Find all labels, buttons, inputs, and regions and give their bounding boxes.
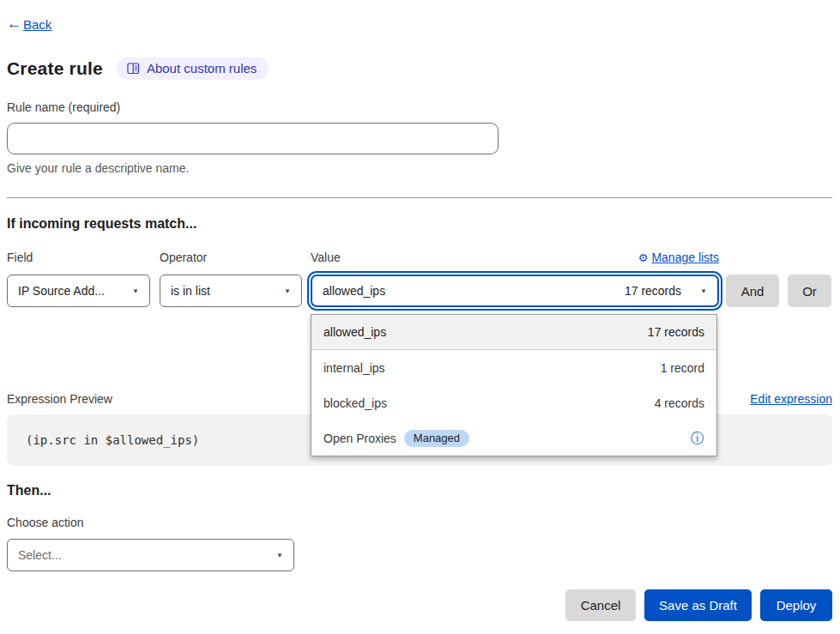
edit-expression-link[interactable]: Edit expression bbox=[750, 392, 832, 406]
expression-code: (ip.src in $allowed_ips) bbox=[26, 433, 199, 447]
chevron-down-icon: ▼ bbox=[276, 552, 283, 559]
list-item-blocked-ips[interactable]: blocked_ips 4 records bbox=[311, 385, 716, 420]
page-header: Create rule About custom rules bbox=[7, 57, 831, 80]
page-title: Create rule bbox=[7, 58, 103, 79]
chevron-down-icon: ▼ bbox=[132, 287, 139, 295]
about-custom-rules-label: About custom rules bbox=[147, 61, 257, 75]
condition-row: IP Source Add... ▼ is in list ▼ allowed_… bbox=[7, 275, 831, 307]
list-item-records: 4 records bbox=[655, 396, 704, 410]
action-select[interactable]: Select... ▼ bbox=[7, 539, 294, 571]
value-select-records: 17 records bbox=[625, 284, 681, 298]
list-item-name: internal_ips bbox=[323, 361, 385, 375]
choose-action-label: Choose action bbox=[7, 516, 831, 529]
rule-name-helper-text: Give your rule a descriptive name. bbox=[7, 161, 831, 175]
book-icon bbox=[127, 63, 140, 75]
footer-actions: Cancel Save as Draft Deploy bbox=[7, 589, 832, 621]
expression-preview-label: Expression Preview bbox=[7, 392, 112, 406]
list-item-open-proxies[interactable]: Open Proxies Managed ⓘ bbox=[311, 420, 716, 456]
rule-name-input[interactable] bbox=[7, 123, 499, 154]
cancel-button[interactable]: Cancel bbox=[565, 589, 636, 621]
list-item-records: 17 records bbox=[648, 325, 704, 339]
manage-lists-label: Manage lists bbox=[651, 251, 719, 264]
operator-select-value: is in list bbox=[171, 284, 210, 298]
back-arrow-icon: ← bbox=[7, 15, 21, 33]
action-select-placeholder: Select... bbox=[18, 548, 62, 562]
about-custom-rules-link[interactable]: About custom rules bbox=[117, 57, 269, 80]
list-item-records: 1 record bbox=[661, 361, 704, 375]
info-icon[interactable]: ⓘ bbox=[691, 432, 704, 445]
back-link-label: Back bbox=[23, 17, 51, 32]
list-item-allowed-ips[interactable]: allowed_ips 17 records bbox=[311, 315, 716, 350]
match-section-heading: If incoming requests match... bbox=[7, 216, 831, 232]
value-select-name: allowed_ips bbox=[323, 284, 385, 298]
list-item-name: Open Proxies bbox=[323, 432, 396, 445]
value-select[interactable]: allowed_ips 17 records ▼ bbox=[311, 275, 719, 307]
value-dropdown-menu: allowed_ips 17 records internal_ips 1 re… bbox=[311, 314, 717, 456]
field-label: Field bbox=[7, 251, 160, 264]
field-select-value: IP Source Add... bbox=[18, 284, 105, 298]
save-as-draft-button[interactable]: Save as Draft bbox=[644, 589, 752, 621]
manage-lists-link[interactable]: ⚙ Manage lists bbox=[638, 251, 719, 264]
and-button[interactable]: And bbox=[726, 275, 779, 307]
then-section-heading: Then... bbox=[7, 483, 831, 498]
chevron-down-icon: ▼ bbox=[700, 287, 707, 295]
section-divider bbox=[7, 197, 832, 198]
rule-name-label: Rule name (required) bbox=[7, 100, 831, 114]
create-rule-page: ←Back Create rule About custom rules Rul… bbox=[0, 0, 840, 621]
managed-badge: Managed bbox=[404, 430, 469, 447]
chevron-down-icon: ▼ bbox=[284, 287, 291, 295]
or-button[interactable]: Or bbox=[788, 275, 831, 307]
gear-icon: ⚙ bbox=[638, 251, 649, 264]
operator-select[interactable]: is in list ▼ bbox=[160, 275, 302, 307]
value-label: Value bbox=[311, 251, 341, 264]
list-item-name: allowed_ips bbox=[323, 325, 386, 339]
field-select[interactable]: IP Source Add... ▼ bbox=[7, 275, 150, 307]
deploy-button[interactable]: Deploy bbox=[760, 589, 832, 621]
list-item-name: blocked_ips bbox=[323, 396, 387, 410]
operator-label: Operator bbox=[160, 251, 311, 264]
list-item-internal-ips[interactable]: internal_ips 1 record bbox=[311, 350, 716, 385]
condition-labels-row: Field Operator Value ⚙ Manage lists bbox=[7, 251, 831, 264]
back-link[interactable]: ←Back bbox=[7, 15, 51, 33]
